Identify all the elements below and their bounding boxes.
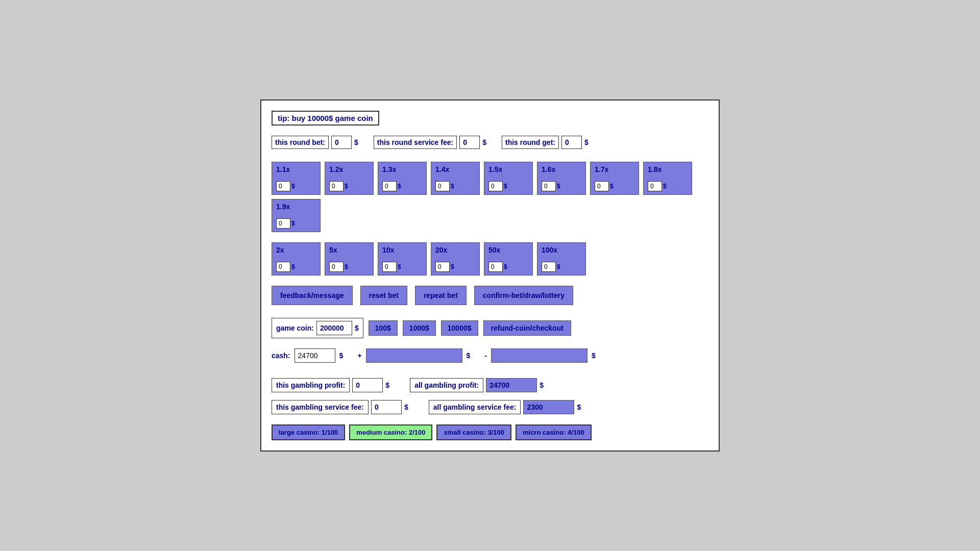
multiplier-cell-2[interactable]: 2x0$ bbox=[272, 242, 321, 276]
multiplier-label-0: 1.1x bbox=[276, 165, 316, 173]
round-fee-dollar: $ bbox=[482, 138, 486, 146]
coin-dollar: $ bbox=[355, 324, 359, 332]
multiplier-cell-11[interactable]: 1.1x0$ bbox=[272, 162, 321, 195]
round-get-item: this round get: 0 $ bbox=[502, 136, 589, 149]
service-fee-row: this gambling service fee: 0 $ all gambl… bbox=[272, 400, 708, 414]
multiplier-dollar-3: $ bbox=[451, 183, 454, 190]
multiplier-label-4: 1.5x bbox=[488, 165, 528, 173]
multiplier-dollar-6: $ bbox=[610, 183, 614, 190]
multiplier-value-7: 0 bbox=[648, 181, 662, 191]
all-profit-item: all gambling profit: 24700 $ bbox=[410, 378, 544, 392]
multiplier-cell-100[interactable]: 100x0$ bbox=[537, 242, 586, 276]
casino-badge-3: micro casino: 4/100 bbox=[516, 424, 592, 440]
reset-bet-button[interactable]: reset bet bbox=[360, 286, 407, 305]
coin-100-button[interactable]: 100$ bbox=[369, 320, 398, 336]
main-container: tip: buy 10000$ game coin this round bet… bbox=[260, 99, 720, 452]
cash-label: cash: bbox=[272, 352, 290, 360]
multiplier-dollar-4: $ bbox=[504, 183, 507, 190]
multiplier-label-2: 10x bbox=[382, 246, 422, 254]
coin-label-group: game coin: 200000 $ bbox=[272, 318, 363, 338]
multiplier-cell-17[interactable]: 1.7x0$ bbox=[590, 162, 639, 195]
coin-row: game coin: 200000 $ 100$ 1000$ 10000$ re… bbox=[272, 318, 708, 338]
multiplier-label-5: 100x bbox=[542, 246, 581, 254]
multiplier-cell-15[interactable]: 1.5x0$ bbox=[484, 162, 533, 195]
multiplier-cell-13[interactable]: 1.3x0$ bbox=[378, 162, 427, 195]
this-profit-item: this gambling profit: 0 $ bbox=[272, 378, 389, 392]
refund-button[interactable]: refund-coin/checkout bbox=[483, 320, 571, 336]
multiplier-dollar-8: $ bbox=[291, 220, 295, 227]
this-fee-dollar: $ bbox=[404, 403, 408, 411]
cash-add-input[interactable] bbox=[366, 348, 462, 363]
multiplier-grid-row1: 1.1x0$1.2x0$1.3x0$1.4x0$1.5x0$1.6x0$1.7x… bbox=[272, 162, 708, 232]
casino-badge-0: large casino: 1/100 bbox=[272, 424, 345, 440]
multiplier-value-0: 0 bbox=[276, 181, 290, 191]
multiplier-cell-19[interactable]: 1.9x0$ bbox=[272, 199, 321, 232]
multiplier-label-4: 50x bbox=[488, 246, 528, 254]
multiplier-dollar-2: $ bbox=[398, 183, 401, 190]
round-get-value: 0 bbox=[561, 136, 582, 149]
multiplier-value-4: 0 bbox=[488, 181, 503, 191]
multiplier-cell-10[interactable]: 10x0$ bbox=[378, 242, 427, 276]
multiplier-grid-row2: 2x0$5x0$10x0$20x0$50x0$100x0$ bbox=[272, 242, 708, 276]
multiplier-value-1: 0 bbox=[329, 181, 344, 191]
multiplier-label-3: 20x bbox=[435, 246, 475, 254]
casino-badge-1: medium casino: 2/100 bbox=[349, 424, 432, 440]
round-get-dollar: $ bbox=[584, 138, 589, 146]
cash-minus: - bbox=[484, 352, 487, 360]
multiplier-value-5: 0 bbox=[542, 181, 556, 191]
cash-value: 24700 bbox=[295, 348, 335, 363]
multiplier-label-1: 5x bbox=[329, 246, 369, 254]
round-fee-label: this round service fee: bbox=[374, 136, 457, 149]
this-fee-item: this gambling service fee: 0 $ bbox=[272, 400, 408, 414]
all-profit-dollar: $ bbox=[540, 381, 544, 389]
feedback-button[interactable]: feedback/message bbox=[272, 286, 353, 305]
multiplier-label-0: 2x bbox=[276, 246, 316, 254]
multiplier-dollar-7: $ bbox=[663, 183, 667, 190]
round-fee-value: 0 bbox=[459, 136, 480, 149]
all-fee-value: 2300 bbox=[523, 400, 574, 414]
tip-box: tip: buy 10000$ game coin bbox=[272, 111, 379, 126]
multiplier-value-0: 0 bbox=[276, 262, 290, 272]
all-fee-dollar: $ bbox=[577, 403, 581, 411]
confirm-bet-button[interactable]: confirm-bet/draw/lottery bbox=[474, 286, 573, 305]
round-bet-value: 0 bbox=[331, 136, 352, 149]
cash-sub-input[interactable] bbox=[491, 348, 587, 363]
all-fee-label: all gambling service fee: bbox=[429, 400, 521, 414]
multiplier-dollar-0: $ bbox=[291, 183, 295, 190]
multiplier-value-2: 0 bbox=[382, 262, 397, 272]
this-fee-label: this gambling service fee: bbox=[272, 400, 369, 414]
coin-10000-button[interactable]: 10000$ bbox=[441, 320, 478, 336]
round-bet-item: this round bet: 0 $ bbox=[272, 136, 358, 149]
coin-value: 200000 bbox=[316, 321, 352, 335]
multiplier-value-3: 0 bbox=[435, 262, 450, 272]
all-profit-value: 24700 bbox=[486, 378, 537, 392]
multiplier-dollar-3: $ bbox=[451, 263, 454, 270]
profit-row: this gambling profit: 0 $ all gambling p… bbox=[272, 378, 708, 392]
all-fee-item: all gambling service fee: 2300 $ bbox=[429, 400, 581, 414]
multiplier-label-8: 1.9x bbox=[276, 203, 316, 211]
multiplier-label-2: 1.3x bbox=[382, 165, 422, 173]
multiplier-value-6: 0 bbox=[595, 181, 609, 191]
multiplier-label-7: 1.8x bbox=[648, 165, 688, 173]
coin-1000-button[interactable]: 1000$ bbox=[403, 320, 436, 336]
multiplier-cell-14[interactable]: 1.4x0$ bbox=[431, 162, 480, 195]
multiplier-cell-20[interactable]: 20x0$ bbox=[431, 242, 480, 276]
multiplier-cell-12[interactable]: 1.2x0$ bbox=[325, 162, 374, 195]
this-profit-label: this gambling profit: bbox=[272, 378, 350, 392]
multiplier-cell-18[interactable]: 1.8x0$ bbox=[643, 162, 692, 195]
multiplier-cell-5[interactable]: 5x0$ bbox=[325, 242, 374, 276]
round-info-row: this round bet: 0 $ this round service f… bbox=[272, 136, 708, 149]
multiplier-cell-50[interactable]: 50x0$ bbox=[484, 242, 533, 276]
cash-dollar: $ bbox=[339, 352, 344, 360]
casino-badge-2: small casino: 3/100 bbox=[436, 424, 511, 440]
round-bet-label: this round bet: bbox=[272, 136, 329, 149]
repeat-bet-button[interactable]: repeat bet bbox=[415, 286, 467, 305]
multiplier-dollar-4: $ bbox=[504, 263, 507, 270]
multiplier-label-6: 1.7x bbox=[595, 165, 634, 173]
multiplier-label-3: 1.4x bbox=[435, 165, 475, 173]
multiplier-label-5: 1.6x bbox=[542, 165, 581, 173]
multiplier-value-2: 0 bbox=[382, 181, 397, 191]
action-buttons-row: feedback/message reset bet repeat bet co… bbox=[272, 286, 708, 305]
round-fee-item: this round service fee: 0 $ bbox=[374, 136, 486, 149]
multiplier-cell-16[interactable]: 1.6x0$ bbox=[537, 162, 586, 195]
